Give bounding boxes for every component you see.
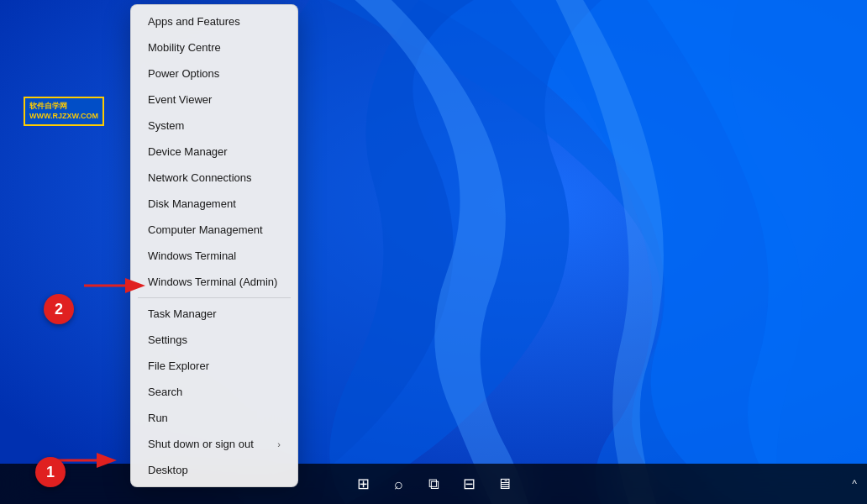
menu-item-label-task-manager: Task Manager [148,307,217,320]
menu-item-shutdown[interactable]: Shut down or sign out› [131,431,297,457]
menu-item-windows-terminal[interactable]: Windows Terminal [131,243,297,269]
menu-divider-11 [138,297,291,298]
menu-item-computer-management[interactable]: Computer Management [131,217,297,243]
taskbar-right: ^ [852,478,857,490]
menu-item-system[interactable]: System [131,113,297,139]
menu-item-run[interactable]: Run [131,405,297,431]
menu-item-settings[interactable]: Settings [131,327,297,353]
context-menu: Apps and FeaturesMobility CentrePower Op… [130,4,298,487]
watermark-line2: WWW.RJZXW.COM [29,112,98,122]
menu-item-label-mobility-centre: Mobility Centre [148,41,221,54]
menu-item-apps-features[interactable]: Apps and Features [131,8,297,34]
taskbar-icon-start[interactable]: ⊞ [346,467,380,501]
desktop: 软件自学网 WWW.RJZXW.COM Apps and FeaturesMob… [0,0,867,504]
menu-item-label-disk-management: Disk Management [148,197,236,210]
watermark-line1: 软件自学网 [29,102,98,112]
menu-item-label-power-options: Power Options [148,67,219,80]
menu-item-label-system: System [148,119,184,132]
menu-item-desktop[interactable]: Desktop [131,457,297,483]
menu-item-label-device-manager: Device Manager [148,145,228,158]
badge-2-circle: 2 [44,294,74,324]
menu-item-label-shutdown: Shut down or sign out [148,438,254,450]
taskbar-icons-group: ⊞⌕⧉⊟🖥 [346,467,521,501]
menu-item-label-search: Search [148,386,182,398]
taskbar-icon-search[interactable]: ⌕ [381,467,415,501]
menu-item-network-connections[interactable]: Network Connections [131,165,297,191]
annotation-arrow-2 [80,277,147,297]
menu-item-task-manager[interactable]: Task Manager [131,301,297,327]
taskbar-icon-task-view[interactable]: ⧉ [417,467,450,501]
annotation-badge-2: 2 [44,294,74,324]
menu-item-label-computer-management: Computer Management [148,223,263,236]
menu-item-event-viewer[interactable]: Event Viewer [131,87,297,113]
menu-item-label-windows-terminal-admin: Windows Terminal (Admin) [148,276,277,288]
taskbar-icon-widgets[interactable]: ⊟ [452,467,486,501]
menu-item-label-windows-terminal: Windows Terminal [148,249,236,262]
badge-1-circle: 1 [35,457,66,487]
menu-item-label-settings: Settings [148,333,187,346]
system-tray-chevron[interactable]: ^ [852,478,857,490]
menu-item-label-network-connections: Network Connections [148,171,252,184]
menu-item-label-apps-features: Apps and Features [148,15,240,28]
watermark: 软件自学网 WWW.RJZXW.COM [24,97,104,126]
submenu-chevron-shutdown: › [277,439,281,449]
menu-item-label-run: Run [148,412,168,424]
menu-item-power-options[interactable]: Power Options [131,60,297,87]
menu-item-search[interactable]: Search [131,379,297,405]
menu-item-windows-terminal-admin[interactable]: Windows Terminal (Admin) [131,269,297,295]
menu-item-label-desktop: Desktop [148,464,188,476]
menu-item-label-event-viewer: Event Viewer [148,93,212,106]
menu-item-disk-management[interactable]: Disk Management [131,191,297,217]
menu-item-label-file-explorer: File Explorer [148,360,209,372]
menu-item-device-manager[interactable]: Device Manager [131,139,297,165]
annotation-badge-1: 1 [35,457,66,487]
menu-item-file-explorer[interactable]: File Explorer [131,353,297,379]
menu-item-mobility-centre[interactable]: Mobility Centre [131,34,297,60]
taskbar-icon-chat[interactable]: 🖥 [487,467,521,501]
